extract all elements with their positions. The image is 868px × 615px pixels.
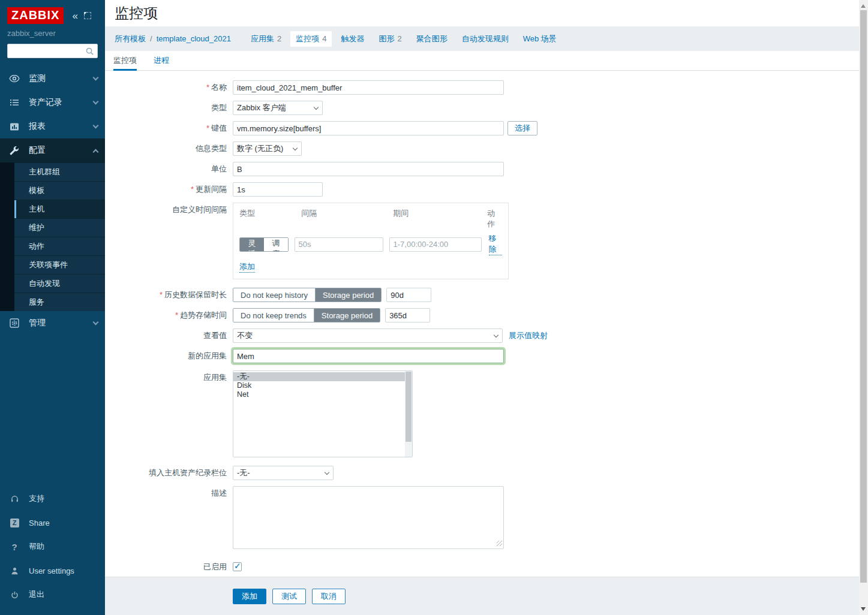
cancel-button[interactable]: 取消 [312, 589, 346, 604]
nav-applications[interactable]: 应用集 2 [245, 31, 287, 47]
sidebar-item-host-groups[interactable]: 主机群组 [0, 162, 105, 181]
application-option-disk[interactable]: Disk [233, 381, 405, 390]
page-scrollbar[interactable] [859, 0, 868, 615]
sidebar-item-share[interactable]: Z Share [0, 511, 105, 535]
breadcrumb-separator: / [150, 34, 152, 43]
nav-count: 4 [322, 34, 326, 43]
show-value-mappings-link[interactable]: 展示值映射 [509, 328, 548, 343]
sidebar-item-inventory[interactable]: 资产记录 [0, 91, 105, 114]
chevron-down-icon [93, 75, 99, 81]
history-value-input[interactable] [386, 288, 431, 302]
sidebar-item-event-correlation[interactable]: 关联项事件 [0, 255, 105, 274]
col-action: 动作 [487, 208, 502, 230]
scroll-down-arrow-icon[interactable] [861, 607, 866, 611]
breadcrumb-all-templates[interactable]: 所有模板 [115, 34, 146, 44]
history-segment: Do not keep history Storage period [233, 288, 382, 302]
sidebar-item-help[interactable]: ? 帮助 [0, 535, 105, 559]
description-textarea[interactable] [233, 486, 504, 549]
chevron-up-icon [93, 149, 99, 155]
flexible-button[interactable]: 灵活 [240, 238, 264, 251]
sidebar-item-maintenance[interactable]: 维护 [0, 218, 105, 237]
sidebar-item-label: 监测 [29, 73, 94, 84]
tab-preprocessing[interactable]: 进程 [154, 51, 169, 70]
name-input[interactable] [233, 80, 504, 95]
sidebar-item-actions[interactable]: 动作 [0, 237, 105, 255]
sidebar-item-templates[interactable]: 模板 [0, 181, 105, 200]
no-history-button[interactable]: Do not keep history [233, 288, 315, 302]
sidebar-item-user-settings[interactable]: User settings [0, 559, 105, 583]
add-button[interactable]: 添加 [233, 589, 266, 604]
enabled-checkbox[interactable] [233, 562, 242, 571]
tab-item[interactable]: 监控项 [113, 51, 137, 70]
nav-count: 2 [397, 34, 401, 43]
show-value-label: 查看值 [111, 328, 233, 343]
application-option-none[interactable]: -无- [233, 372, 405, 381]
host-inventory-label: 填入主机资产纪录栏位 [111, 466, 233, 480]
scrollbar-thumb[interactable] [860, 10, 867, 583]
chevron-down-icon [494, 332, 498, 337]
period-input[interactable] [389, 237, 482, 252]
kiosk-mode-icon[interactable] [84, 12, 91, 19]
type-select-value: Zabbix 客户端 [237, 103, 310, 113]
search-input[interactable] [7, 44, 98, 58]
chevron-down-icon [325, 469, 329, 474]
interval-input[interactable] [295, 237, 383, 252]
required-asterisk: * [191, 185, 194, 194]
submenu-label: 模板 [29, 185, 44, 196]
nav-discovery-rules[interactable]: 自动发现规则 [456, 31, 514, 47]
trends-label: 趋势存储时间 [180, 310, 227, 319]
nav-triggers[interactable]: 触发器 [335, 31, 370, 47]
select-key-button[interactable]: 选择 [507, 121, 537, 135]
nav-items[interactable]: 监控项 4 [290, 31, 332, 47]
update-interval-input[interactable] [233, 182, 323, 197]
sidebar-item-services[interactable]: 服务 [0, 293, 105, 311]
host-inventory-select[interactable]: -无- [233, 466, 334, 480]
type-select[interactable]: Zabbix 客户端 [233, 101, 323, 115]
history-storage-button[interactable]: Storage period [315, 288, 381, 302]
key-label: 键值 [211, 123, 227, 132]
sidebar-item-label: 管理 [29, 318, 94, 328]
trends-segment: Do not keep trends Storage period [233, 308, 380, 322]
trends-value-input[interactable] [385, 308, 430, 322]
required-asterisk: * [206, 123, 209, 132]
nav-web-scenarios[interactable]: Web 场景 [518, 31, 562, 47]
scheduling-button[interactable]: 调度 [264, 238, 288, 251]
collapse-sidebar-icon[interactable]: « [72, 11, 77, 21]
sidebar-item-configuration[interactable]: 配置 [0, 138, 105, 162]
sidebar-item-logout[interactable]: 退出 [0, 583, 105, 607]
nav-screens[interactable]: 聚合图形 [411, 31, 453, 47]
key-input[interactable] [233, 121, 504, 135]
add-interval-link[interactable]: 添加 [239, 261, 255, 273]
breadcrumb-template[interactable]: template_cloud_2021 [157, 34, 231, 43]
zabbix-share-icon: Z [8, 518, 20, 527]
listbox-scrollbar[interactable] [405, 371, 412, 457]
search-icon [85, 47, 94, 58]
list-icon [8, 98, 20, 107]
custom-intervals-label: 自定义时间间隔 [111, 203, 233, 217]
application-option-net[interactable]: Net [233, 390, 405, 399]
sidebar-item-support[interactable]: 支持 [0, 487, 105, 511]
units-input[interactable] [233, 162, 504, 176]
no-trends-button[interactable]: Do not keep trends [233, 309, 314, 322]
show-value-select[interactable]: 不变 [233, 328, 503, 343]
test-button[interactable]: 测试 [272, 589, 306, 604]
new-application-input[interactable] [233, 349, 504, 363]
col-interval: 间隔 [301, 208, 393, 230]
nav-label: 应用集 [251, 34, 274, 44]
info-type-select[interactable]: 数字 (无正负) [233, 141, 302, 156]
nav-label: 图形 [379, 34, 394, 44]
scroll-up-arrow-icon[interactable] [861, 4, 866, 8]
sidebar-item-monitoring[interactable]: 监测 [0, 67, 105, 91]
sidebar-item-administration[interactable]: 管理 [0, 311, 105, 335]
nav-graphs[interactable]: 图形 2 [373, 31, 407, 47]
eye-icon [8, 74, 20, 83]
remove-interval-link[interactable]: 移除 [489, 233, 502, 255]
zabbix-logo[interactable]: ZABBIX [7, 7, 64, 24]
trends-storage-button[interactable]: Storage period [314, 309, 380, 322]
sidebar-item-hosts[interactable]: 主机 [0, 200, 105, 218]
info-type-label: 信息类型 [111, 141, 233, 156]
submenu-label: 自动发现 [29, 278, 60, 289]
applications-listbox[interactable]: -无- Disk Net [233, 370, 413, 457]
sidebar-item-reports[interactable]: 报表 [0, 114, 105, 138]
sidebar-item-discovery[interactable]: 自动发现 [0, 274, 105, 293]
